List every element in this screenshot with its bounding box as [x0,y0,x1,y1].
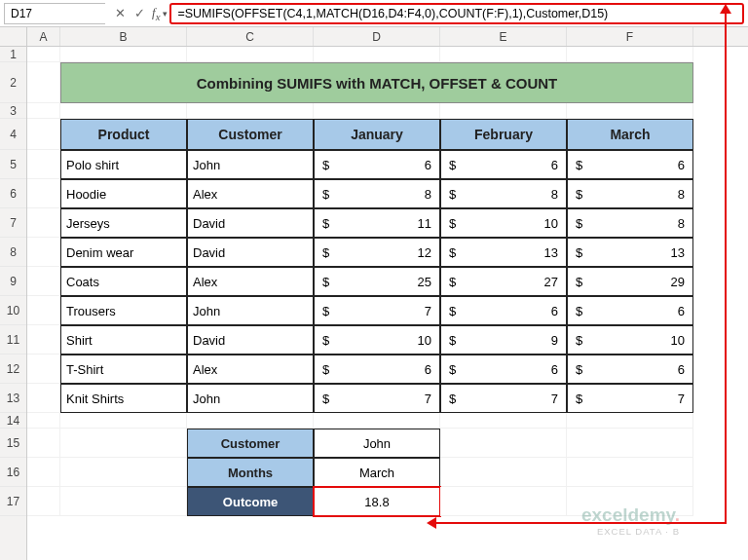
table-cell-mar[interactable]: $7 [567,384,693,413]
table-cell-jan[interactable]: $7 [314,384,440,413]
table-cell-mar[interactable]: $8 [567,179,693,208]
formula-bar[interactable]: =SUMIFS(OFFSET(C4,1,MATCH(D16,D4:F4,0),C… [169,3,744,24]
row-head-1[interactable]: 1 [0,47,26,62]
table-cell-customer[interactable]: Alex [187,355,314,384]
table-cell-customer[interactable]: David [187,325,314,355]
table-header: Customer [187,119,314,150]
row-head-11[interactable]: 11 [0,325,26,355]
table-cell-product[interactable]: Shirt [60,325,187,355]
table-header: January [314,119,440,150]
watermark: exceldemy. EXCEL DATA · B [581,504,680,537]
table-cell-feb[interactable]: $9 [440,325,567,355]
row-head-17[interactable]: 17 [0,487,26,516]
row-headers: 1234567891011121314151617 [0,47,27,560]
table-cell-mar[interactable]: $8 [567,208,693,238]
table-header: February [440,119,567,150]
col-head-a[interactable]: A [27,27,60,46]
row-head-7[interactable]: 7 [0,208,26,238]
cell-grid[interactable]: exceldemy. EXCEL DATA · B Combining SUMI… [27,47,748,560]
table-cell-product[interactable]: T-Shirt [60,355,187,384]
row-head-16[interactable]: 16 [0,458,26,487]
row-head-8[interactable]: 8 [0,238,26,267]
row-head-10[interactable]: 10 [0,296,26,325]
select-all-corner[interactable] [0,27,27,46]
table-cell-feb[interactable]: $10 [440,208,567,238]
table-cell-mar[interactable]: $6 [567,296,693,325]
row-head-15[interactable]: 15 [0,429,26,458]
table-cell-mar[interactable]: $6 [567,355,693,384]
table-cell-feb[interactable]: $7 [440,384,567,413]
accept-formula-icon[interactable]: ✓ [131,5,148,22]
table-cell-jan[interactable]: $11 [314,208,440,238]
table-cell-customer[interactable]: Alex [187,267,314,296]
table-cell-mar[interactable]: $13 [567,238,693,267]
table-cell-product[interactable]: Jerseys [60,208,187,238]
col-head-b[interactable]: B [60,27,187,46]
table-cell-feb[interactable]: $6 [440,355,567,384]
table-cell-customer[interactable]: David [187,238,314,267]
table-cell-product[interactable]: Coats [60,267,187,296]
table-cell-jan[interactable]: $6 [314,150,440,179]
table-cell-mar[interactable]: $6 [567,150,693,179]
lookup-value-customer[interactable]: John [314,429,440,458]
lookup-label-months: Months [187,458,314,487]
row-head-13[interactable]: 13 [0,384,26,413]
table-cell-jan[interactable]: $25 [314,267,440,296]
table-cell-feb[interactable]: $8 [440,179,567,208]
row-head-12[interactable]: 12 [0,355,26,384]
table-cell-jan[interactable]: $8 [314,179,440,208]
table-cell-jan[interactable]: $6 [314,355,440,384]
lookup-label-outcome: Outcome [187,487,314,516]
table-cell-product[interactable]: Hoodie [60,179,187,208]
row-head-2[interactable]: 2 [0,62,26,103]
formula-text: =SUMIFS(OFFSET(C4,1,MATCH(D16,D4:F4,0),C… [177,7,608,20]
table-cell-feb[interactable]: $6 [440,296,567,325]
table-cell-feb[interactable]: $13 [440,238,567,267]
table-cell-customer[interactable]: David [187,208,314,238]
table-cell-product[interactable]: Denim wear [60,238,187,267]
table-cell-product[interactable]: Knit Shirts [60,384,187,413]
table-cell-customer[interactable]: Alex [187,179,314,208]
lookup-value-months[interactable]: March [314,458,440,487]
row-head-3[interactable]: 3 [0,103,26,119]
row-head-6[interactable]: 6 [0,179,26,208]
table-header: Product [60,119,187,150]
lookup-label-customer: Customer [187,429,314,458]
row-head-14[interactable]: 14 [0,413,26,429]
col-head-c[interactable]: C [187,27,314,46]
table-cell-jan[interactable]: $10 [314,325,440,355]
lookup-value-outcome[interactable]: 18.8 [314,487,440,516]
table-cell-jan[interactable]: $12 [314,238,440,267]
row-head-9[interactable]: 9 [0,267,26,296]
col-head-f[interactable]: F [567,27,693,46]
table-cell-feb[interactable]: $27 [440,267,567,296]
table-cell-product[interactable]: Trousers [60,296,187,325]
row-head-5[interactable]: 5 [0,150,26,179]
table-cell-mar[interactable]: $29 [567,267,693,296]
table-cell-jan[interactable]: $7 [314,296,440,325]
table-header: March [567,119,693,150]
table-cell-customer[interactable]: John [187,150,314,179]
column-headers: A B C D E F [0,27,748,47]
row-head-4[interactable]: 4 [0,119,26,150]
table-cell-mar[interactable]: $10 [567,325,693,355]
cancel-formula-icon[interactable]: ✕ [111,5,129,22]
col-head-d[interactable]: D [314,27,440,46]
table-cell-customer[interactable]: John [187,384,314,413]
table-cell-product[interactable]: Polo shirt [60,150,187,179]
page-title: Combining SUMIFS with MATCH, OFFSET & CO… [60,62,693,103]
col-head-e[interactable]: E [440,27,567,46]
table-cell-customer[interactable]: John [187,296,314,325]
formula-bar-buttons: ✕ ✓ fx [107,5,168,22]
fx-icon[interactable]: fx [150,5,164,22]
table-cell-feb[interactable]: $6 [440,150,567,179]
watermark-tag: EXCEL DATA · B [597,526,680,537]
name-box-container[interactable]: ▾ [4,3,105,24]
